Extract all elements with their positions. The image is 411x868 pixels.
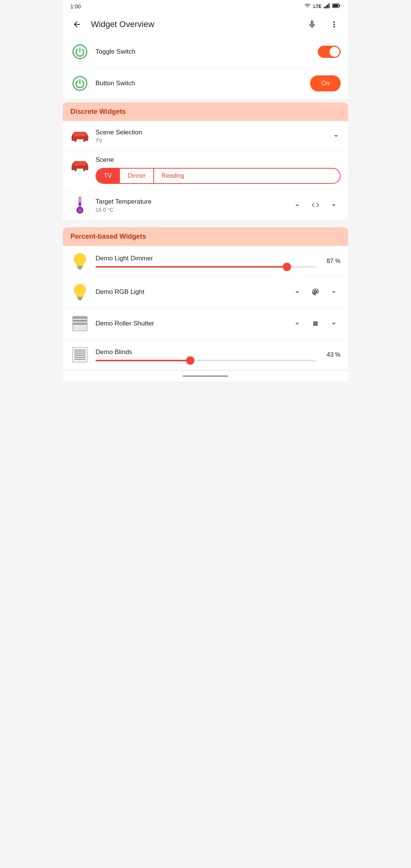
scene-buttons-container: Scene TV Dinner Reading bbox=[96, 156, 341, 184]
svg-rect-31 bbox=[78, 299, 81, 300]
scene-dinner-button[interactable]: Dinner bbox=[120, 169, 154, 183]
lte-icon: LTE bbox=[313, 4, 322, 9]
shutter-controls bbox=[290, 317, 341, 330]
blinds-name: Demo Blinds bbox=[96, 348, 315, 356]
temp-down-button[interactable] bbox=[327, 198, 341, 212]
rgb-color-button[interactable] bbox=[309, 285, 322, 299]
nav-hint bbox=[183, 375, 228, 377]
svg-rect-12 bbox=[85, 136, 88, 141]
blinds-slat-1 bbox=[74, 349, 86, 351]
percent-widgets-header: Percent-based Widgets bbox=[63, 227, 348, 246]
scene-dropdown[interactable] bbox=[331, 131, 341, 140]
more-options-button[interactable] bbox=[326, 16, 342, 32]
app-bar: Widget Overview bbox=[63, 13, 348, 36]
light-dimmer-fill bbox=[96, 266, 287, 268]
back-button[interactable] bbox=[69, 16, 85, 32]
toggle-switch-control[interactable] bbox=[318, 46, 341, 58]
roller-shutter-icon bbox=[70, 314, 89, 333]
svg-rect-3 bbox=[328, 3, 330, 8]
blinds-fill bbox=[96, 360, 190, 361]
svg-rect-28 bbox=[78, 268, 81, 270]
battery-icon bbox=[332, 3, 341, 9]
page-title: Widget Overview bbox=[91, 19, 298, 29]
toggle-switch-info: Toggle Switch bbox=[96, 48, 312, 56]
rgb-down-button[interactable] bbox=[327, 285, 341, 299]
shutter-stop-button[interactable] bbox=[309, 317, 322, 330]
svg-rect-2 bbox=[327, 5, 328, 8]
toggle-thumb bbox=[330, 47, 339, 57]
scene-tv-button[interactable]: TV bbox=[96, 169, 120, 183]
svg-rect-1 bbox=[325, 6, 327, 8]
blinds-slat-6 bbox=[74, 359, 86, 360]
scene-name: Scene bbox=[96, 156, 341, 164]
svg-rect-13 bbox=[75, 139, 76, 142]
svg-rect-14 bbox=[83, 139, 85, 142]
blinds-slat-2 bbox=[74, 351, 86, 353]
svg-rect-17 bbox=[72, 165, 75, 170]
svg-point-25 bbox=[78, 208, 82, 212]
temp-code-button[interactable] bbox=[309, 198, 322, 212]
svg-rect-6 bbox=[333, 5, 338, 7]
scene-selection-subtext: TV bbox=[96, 137, 325, 144]
scene-selection-info: Scene Selection TV bbox=[96, 128, 325, 144]
button-switch-icon bbox=[70, 74, 89, 93]
toggle-switch-name: Toggle Switch bbox=[96, 48, 312, 56]
scene-selection-icon bbox=[70, 126, 89, 145]
light-dimmer-thumb[interactable] bbox=[283, 263, 291, 271]
rgb-light-name: Demo RGB Light bbox=[96, 288, 284, 296]
toggle-switch-icon bbox=[70, 42, 89, 61]
light-dimmer-slider-container: Demo Light Dimmer bbox=[96, 255, 315, 268]
scene-selection-name: Scene Selection bbox=[96, 128, 325, 137]
rgb-up-button[interactable] bbox=[290, 285, 304, 299]
blinds-icon bbox=[70, 345, 89, 364]
svg-rect-19 bbox=[75, 169, 76, 171]
svg-rect-0 bbox=[324, 7, 325, 8]
roller-shutter-info: Demo Roller Shutter bbox=[96, 319, 284, 328]
scene-reading-button[interactable]: Reading bbox=[154, 169, 192, 183]
status-icons: LTE bbox=[304, 3, 341, 10]
button-switch-row: Button Switch On bbox=[63, 68, 348, 99]
button-switch-name: Button Switch bbox=[96, 79, 304, 88]
blinds-value: 43 % bbox=[322, 351, 341, 358]
light-dimmer-track[interactable] bbox=[96, 266, 315, 268]
svg-rect-20 bbox=[83, 169, 85, 171]
temp-up-button[interactable] bbox=[290, 198, 304, 212]
scene-button-group: TV Dinner Reading bbox=[96, 168, 341, 184]
svg-rect-10 bbox=[74, 132, 86, 136]
target-temperature-row: Target Temperature 16.0 °C bbox=[63, 190, 348, 220]
status-time: 1:00 bbox=[70, 3, 81, 10]
svg-rect-23 bbox=[79, 203, 81, 206]
discrete-widgets-header: Discrete Widgets bbox=[63, 102, 348, 121]
svg-rect-5 bbox=[339, 5, 340, 7]
blinds-track[interactable] bbox=[96, 360, 315, 361]
blinds-slat-3 bbox=[74, 353, 86, 354]
microphone-button[interactable] bbox=[304, 16, 320, 32]
shutter-up-button[interactable] bbox=[290, 317, 304, 330]
button-switch-on-button[interactable]: On bbox=[310, 75, 341, 91]
shutter-stripe-3 bbox=[73, 323, 87, 325]
rgb-light-icon bbox=[70, 282, 89, 302]
thermometer-icon bbox=[70, 196, 89, 215]
roller-shutter-name: Demo Roller Shutter bbox=[96, 319, 284, 328]
temperature-value: 16.0 °C bbox=[96, 207, 284, 213]
light-dimmer-row: Demo Light Dimmer 87 % bbox=[63, 246, 348, 276]
section-spacer-1 bbox=[63, 220, 348, 224]
nav-hint-bar bbox=[63, 370, 348, 381]
blinds-slat-5 bbox=[74, 357, 86, 358]
blinds-thumb[interactable] bbox=[186, 356, 194, 365]
roller-shutter-row: Demo Roller Shutter bbox=[63, 308, 348, 340]
shutter-stripe-1 bbox=[73, 317, 87, 319]
light-dimmer-value: 87 % bbox=[322, 258, 341, 265]
light-dimmer-name: Demo Light Dimmer bbox=[96, 255, 315, 262]
svg-rect-11 bbox=[72, 136, 75, 141]
svg-rect-27 bbox=[78, 267, 82, 268]
content: Toggle Switch Button Switch On Discrete … bbox=[63, 36, 348, 370]
light-dimmer-icon bbox=[70, 252, 89, 271]
shutter-down-button[interactable] bbox=[327, 317, 341, 330]
svg-rect-26 bbox=[77, 266, 83, 267]
wifi-icon bbox=[304, 3, 311, 10]
temperature-name: Target Temperature bbox=[96, 198, 284, 206]
temp-controls bbox=[290, 198, 341, 212]
temperature-info: Target Temperature 16.0 °C bbox=[96, 198, 284, 213]
svg-rect-18 bbox=[85, 165, 88, 170]
